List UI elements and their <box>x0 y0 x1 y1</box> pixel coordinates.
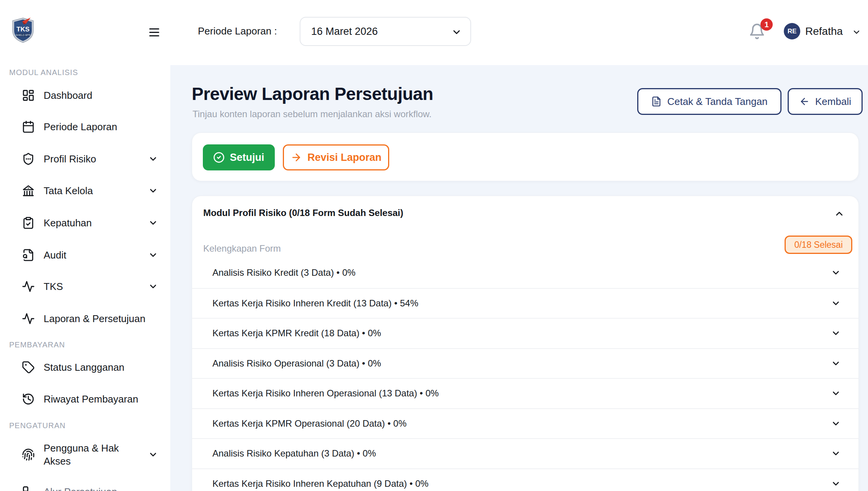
chevron-down-icon <box>831 298 841 308</box>
page-subtitle: Tinjau konten laporan sebelum menjalanka… <box>193 109 432 119</box>
user-menu-chevron-icon[interactable] <box>852 28 861 37</box>
dashboard-grid-icon <box>22 89 35 102</box>
sidebar-item-label: Profil Risiko <box>44 152 96 165</box>
activity-icon <box>22 312 35 325</box>
chevron-down-icon <box>831 419 841 429</box>
sidebar-section-modul-analisis: MODUL ANALISIS <box>9 68 78 77</box>
chevron-down-icon <box>831 479 841 489</box>
form-row-label: Analisis Risiko Kepatuhan (3 Data) • 0% <box>212 448 376 459</box>
sidebar-item-pengguna-hak-akses[interactable]: Pengguna & Hak Akses <box>22 441 158 468</box>
approve-label: Setujui <box>230 152 264 164</box>
app-root: TKS SHIELD BPR Periode Laporan : 16 Mare… <box>0 0 868 491</box>
completeness-label: Kelengkapan Form <box>203 243 281 254</box>
chevron-down-icon <box>148 154 158 164</box>
form-row[interactable]: Kertas Kerja KPMR Operasional (20 Data) … <box>192 408 858 439</box>
print-sign-button[interactable]: Cetak & Tanda Tangan <box>637 88 782 115</box>
sidebar-item-label: Periode Laporan <box>44 120 117 133</box>
chevron-down-icon <box>148 282 158 291</box>
check-circle-icon <box>213 152 225 163</box>
form-row-label: Kertas Kerja Risiko Inheren Kredit (13 D… <box>212 298 418 309</box>
sidebar-item-status-langganan[interactable]: Status Langganan <box>22 359 158 376</box>
tag-icon <box>22 361 35 374</box>
fingerprint-icon <box>22 448 35 461</box>
file-text-icon <box>651 96 662 107</box>
notification-count-badge: 1 <box>760 18 773 31</box>
form-row-label: Analisis Risiko Kredit (3 Data) • 0% <box>212 267 356 278</box>
completeness-badge: 0/18 Selesai <box>785 236 852 254</box>
clear-icon[interactable] <box>432 26 444 38</box>
calendar-icon <box>22 120 35 133</box>
approve-button[interactable]: Setujui <box>203 144 275 170</box>
chevron-down-icon <box>451 27 462 38</box>
sidebar-toggle-button[interactable] <box>149 28 159 36</box>
sidebar-item-riwayat-pembayaran[interactable]: Riwayat Pembayaran <box>22 391 158 408</box>
sidebar-item-label: TKS <box>44 280 63 293</box>
svg-text:TKS: TKS <box>16 26 29 33</box>
module-profil-risiko-card: Modul Profil Risiko (0/18 Form Sudah Sel… <box>192 196 859 491</box>
file-search-icon <box>22 249 35 262</box>
chevron-down-icon <box>148 450 158 460</box>
sidebar-item-label: Tata Kelola <box>44 184 93 197</box>
sidebar-item-audit[interactable]: Audit <box>22 247 158 264</box>
arrow-left-icon <box>799 96 810 107</box>
sidebar-item-label: Riwayat Pembayaran <box>44 393 138 406</box>
form-row[interactable]: Analisis Risiko Kredit (3 Data) • 0% <box>192 258 858 288</box>
user-name: Refatha <box>805 25 843 38</box>
sidebar-item-tks[interactable]: TKS <box>22 278 158 295</box>
sidebar-item-label: Dashboard <box>44 89 92 102</box>
revise-label: Revisi Laporan <box>307 152 382 164</box>
svg-text:SHIELD BPR: SHIELD BPR <box>16 34 31 36</box>
chevron-down-icon <box>831 328 841 338</box>
form-row[interactable]: Kertas Kerja KPMR Kredit (18 Data) • 0% <box>192 318 858 348</box>
form-row[interactable]: Analisis Risiko Operasional (3 Data) • 0… <box>192 348 858 378</box>
page-title: Preview Laporan Persetujuan <box>192 83 433 104</box>
back-label: Kembali <box>815 96 851 108</box>
period-label: Periode Laporan : <box>198 25 277 37</box>
chevron-up-icon[interactable] <box>834 208 845 219</box>
form-row-label: Kertas Kerja KPMR Operasional (20 Data) … <box>212 418 406 429</box>
sidebar-item-label: Laporan & Persetujuan <box>44 312 145 325</box>
sidebar-item-label: Pengguna & Hak Akses <box>44 442 127 468</box>
sidebar-item-label: Audit <box>44 249 66 262</box>
sidebar-item-label: Kepatuhan <box>44 216 92 229</box>
sidebar-item-periode-laporan[interactable]: Periode Laporan <box>22 118 158 135</box>
sidebar-item-label: Status Langganan <box>44 361 124 374</box>
sidebar-item-dashboard[interactable]: Dashboard <box>22 87 158 104</box>
avatar[interactable]: RE <box>784 23 800 39</box>
period-select[interactable]: 16 Maret 2026 <box>300 17 471 46</box>
activity-icon <box>22 280 35 293</box>
module-accordion-header[interactable]: Modul Profil Risiko (0/18 Form Sudah Sel… <box>203 208 824 218</box>
form-rows: Analisis Risiko Kredit (3 Data) • 0% Ker… <box>192 258 858 491</box>
form-row[interactable]: Kertas Kerja Risiko Inheren Kredit (13 D… <box>192 288 858 318</box>
back-button[interactable]: Kembali <box>788 88 863 115</box>
arrow-right-icon <box>290 152 302 163</box>
form-row[interactable]: Analisis Risiko Kepatuhan (3 Data) • 0% <box>192 438 858 468</box>
chevron-down-icon <box>148 218 158 228</box>
chevron-down-icon <box>831 388 841 398</box>
form-row[interactable]: Kertas Kerja Risiko Inheren Operasional … <box>192 378 858 408</box>
sidebar-section-pengaturan: PENGATURAN <box>9 421 65 430</box>
sidebar-item-profil-risiko[interactable]: Profil Risiko <box>22 151 158 167</box>
workflow-icon <box>22 485 35 491</box>
chevron-down-icon <box>831 358 841 368</box>
history-icon <box>22 393 35 406</box>
sidebar-item-alur-persetujuan[interactable]: Alur Persetujuan <box>22 483 158 491</box>
bank-icon <box>22 184 35 197</box>
tks-logo: TKS SHIELD BPR <box>11 16 35 44</box>
sidebar-item-laporan-persetujuan[interactable]: Laporan & Persetujuan <box>22 310 158 327</box>
workflow-action-card: Setujui Revisi Laporan <box>192 133 859 181</box>
chevron-down-icon <box>148 250 158 260</box>
form-row-label: Kertas Kerja Risiko Inheren Operasional … <box>212 388 439 399</box>
chevron-down-icon <box>831 268 841 278</box>
form-row-label: Kertas Kerja Risiko Inheren Kepatuhan (9… <box>212 478 429 489</box>
form-row-label: Kertas Kerja KPMR Kredit (18 Data) • 0% <box>212 328 381 339</box>
sidebar-section-pembayaran: PEMBAYARAN <box>9 340 65 349</box>
form-row[interactable]: Kertas Kerja Risiko Inheren Kepatuhan (9… <box>192 468 858 491</box>
sidebar-item-tata-kelola[interactable]: Tata Kelola <box>22 182 158 199</box>
sidebar-item-label: Alur Persetujuan <box>44 485 117 491</box>
revise-report-button[interactable]: Revisi Laporan <box>283 144 389 170</box>
form-row-label: Analisis Risiko Operasional (3 Data) • 0… <box>212 358 381 369</box>
sidebar-item-kepatuhan[interactable]: Kepatuhan <box>22 214 158 231</box>
clipboard-check-icon <box>22 216 35 229</box>
chevron-down-icon <box>831 448 841 458</box>
